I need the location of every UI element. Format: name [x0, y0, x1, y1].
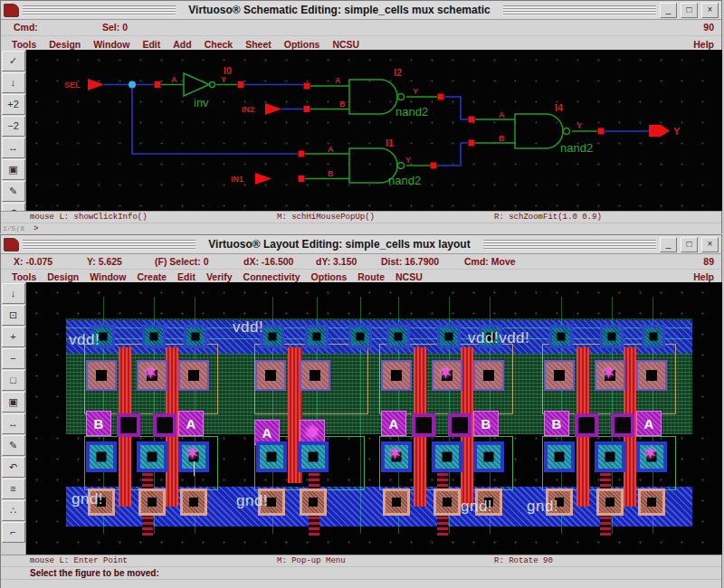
- ndiff-contact[interactable]: [432, 441, 462, 472]
- gnd-contact[interactable]: [596, 488, 624, 516]
- pin-label-box[interactable]: A: [636, 411, 662, 436]
- stretch-icon[interactable]: ↔: [2, 138, 25, 158]
- copy-icon[interactable]: ▣: [2, 159, 25, 180]
- maximize-button[interactable]: □: [681, 3, 698, 18]
- cli-prompt[interactable]: >: [33, 224, 38, 233]
- menu-check[interactable]: Check: [205, 39, 233, 50]
- zoom-in-icon[interactable]: +: [2, 327, 25, 347]
- menu-help[interactable]: Help: [693, 39, 714, 50]
- menu-help[interactable]: Help: [693, 271, 714, 282]
- menu-ncsu[interactable]: NCSU: [395, 271, 423, 282]
- wire-pen-icon[interactable]: ✎: [2, 181, 25, 202]
- minimize-button[interactable]: _: [660, 237, 677, 252]
- vdd-via-contact[interactable]: [184, 325, 207, 348]
- pin-in1-arrow[interactable]: [255, 173, 272, 185]
- pin-label-box[interactable]: A: [178, 411, 204, 436]
- nand2-i2-symbol[interactable]: [349, 80, 397, 114]
- vdd-via-contact[interactable]: [642, 325, 665, 348]
- layout-cell-nand2-1[interactable]: ✶ B A ✶: [86, 318, 220, 534]
- close-button[interactable]: ×: [701, 237, 719, 252]
- pin-contact[interactable]: [117, 413, 140, 437]
- ndiff-contact[interactable]: [473, 441, 504, 472]
- menu-verify[interactable]: Verify: [206, 271, 233, 282]
- pin-contact[interactable]: [448, 413, 472, 437]
- menu-ncsu[interactable]: NCSU: [332, 39, 359, 50]
- pin-label-box[interactable]: B: [86, 411, 111, 436]
- vdd-via-contact[interactable]: [600, 325, 624, 348]
- menu-window[interactable]: Window: [90, 271, 126, 282]
- menu-add[interactable]: Add: [173, 39, 191, 50]
- menu-design[interactable]: Design: [49, 39, 81, 50]
- pdiff-contact[interactable]: [473, 360, 504, 391]
- ndiff-contact[interactable]: [137, 441, 167, 472]
- inverter-symbol[interactable]: [184, 73, 209, 96]
- menu-options[interactable]: Options: [284, 39, 320, 50]
- zoom-out-2x-icon[interactable]: −2: [2, 116, 25, 137]
- pen-icon[interactable]: ✎: [2, 435, 25, 456]
- pdiff-contact[interactable]: [300, 360, 330, 391]
- gnd-contact[interactable]: [138, 488, 166, 516]
- vdd-via-contact[interactable]: [142, 325, 166, 348]
- pin-contact[interactable]: [412, 413, 435, 437]
- menu-route[interactable]: Route: [357, 271, 385, 282]
- nand2-i4-bubble[interactable]: [564, 128, 570, 135]
- wire-junction-dot[interactable]: [129, 81, 136, 89]
- schematic-canvas[interactable]: SEL IN2 IN1 A Y A B Y A B Y A B Y I0 I2 …: [26, 50, 722, 211]
- vdd-via-contact[interactable]: [348, 325, 372, 348]
- schematic-titlebar[interactable]: Virtuoso® Schematic Editing: simple_cell…: [1, 1, 721, 20]
- instances-icon[interactable]: ∴: [2, 500, 25, 521]
- ndiff-contact[interactable]: [636, 441, 667, 472]
- nand2-i2-bubble[interactable]: [398, 94, 405, 100]
- menu-design[interactable]: Design: [47, 271, 79, 282]
- gnd-contact[interactable]: [180, 488, 207, 516]
- layout-canvas[interactable]: ✶ B A ✶ A: [26, 282, 722, 555]
- ndiff-contact[interactable]: [298, 441, 329, 472]
- ndiff-contact[interactable]: [381, 441, 412, 472]
- copy-icon[interactable]: ▣: [2, 392, 25, 413]
- schematic-prompt-row[interactable]: 1/5(8 >: [1, 223, 721, 235]
- pdiff-contact[interactable]: [178, 360, 209, 391]
- menu-connectivity[interactable]: Connectivity: [243, 271, 300, 282]
- ndiff-contact[interactable]: [86, 441, 117, 472]
- pin-contact[interactable]: [575, 413, 598, 437]
- gnd-contact[interactable]: [383, 488, 410, 516]
- layout-cell-inv[interactable]: A ✶: [252, 318, 372, 534]
- menu-options[interactable]: Options: [311, 271, 348, 282]
- rectangle-icon[interactable]: □: [2, 370, 25, 391]
- menu-edit[interactable]: Edit: [177, 271, 195, 282]
- pdiff-contact[interactable]: [381, 360, 412, 391]
- menu-create[interactable]: Create: [137, 271, 167, 282]
- layout-titlebar[interactable]: Virtuoso® Layout Editing: simple_cells m…: [1, 235, 721, 254]
- save-icon[interactable]: ↓: [2, 72, 25, 93]
- vdd-via-contact[interactable]: [261, 325, 284, 348]
- pin-in2-arrow[interactable]: [265, 103, 281, 115]
- menu-sheet[interactable]: Sheet: [245, 39, 272, 50]
- gnd-contact[interactable]: [300, 488, 327, 516]
- pdiff-contact[interactable]: [544, 360, 575, 391]
- close-button[interactable]: ×: [701, 3, 719, 18]
- pdiff-contact[interactable]: [137, 360, 167, 391]
- zoom-in-2x-icon[interactable]: +2: [2, 94, 25, 115]
- zoom-out-icon[interactable]: −: [2, 348, 25, 369]
- pdiff-contact[interactable]: [432, 360, 462, 391]
- menu-edit[interactable]: Edit: [142, 39, 160, 50]
- vdd-via-contact[interactable]: [549, 325, 573, 348]
- pdiff-contact[interactable]: [255, 360, 286, 391]
- ruler-icon[interactable]: ≡: [2, 479, 25, 499]
- check-save-icon[interactable]: ✓: [2, 51, 25, 71]
- vdd-via-contact[interactable]: [386, 325, 410, 348]
- vdd-via-contact[interactable]: [305, 325, 329, 348]
- layout-cell-nand2-2[interactable]: ✶ A B ✶: [381, 318, 515, 534]
- pin-label-box[interactable]: B: [473, 411, 499, 436]
- ndiff-contact[interactable]: [544, 441, 575, 472]
- zoom-fit-icon[interactable]: ⊡: [2, 305, 25, 326]
- pin-stubs[interactable]: [161, 85, 597, 179]
- stretch-icon[interactable]: ↔: [2, 413, 25, 434]
- vdd-via-contact[interactable]: [437, 325, 461, 348]
- ndiff-contact[interactable]: [256, 441, 287, 472]
- pin-label-box[interactable]: B: [544, 411, 569, 436]
- pin-sel-arrow[interactable]: [88, 79, 104, 90]
- undo-icon[interactable]: ↶: [2, 457, 25, 478]
- path-icon[interactable]: ⌐: [2, 522, 25, 543]
- pin-contact[interactable]: [611, 413, 634, 437]
